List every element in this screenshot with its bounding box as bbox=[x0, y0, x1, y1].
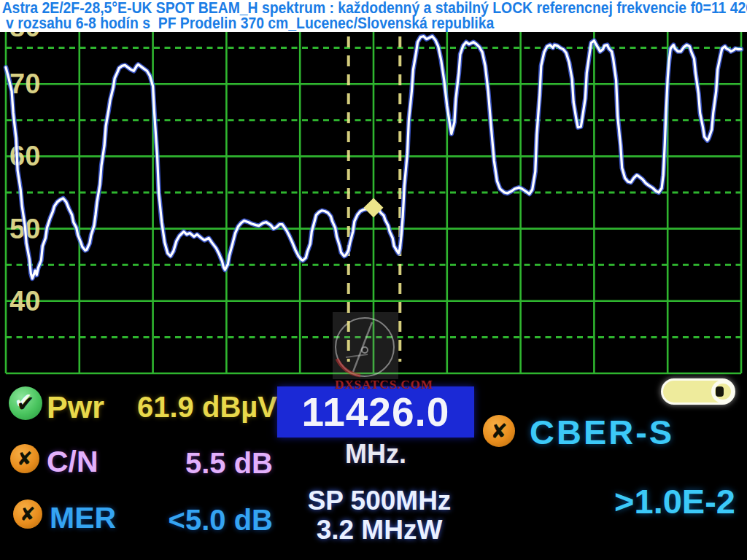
cn-label: C/N bbox=[47, 445, 98, 479]
span-readout: SP 500MHz bbox=[290, 486, 468, 516]
cber-status-cross-icon: ✘ bbox=[483, 415, 515, 447]
mer-status-cross-icon: ✘ bbox=[13, 499, 42, 529]
cn-status-cross-icon: ✘ bbox=[10, 444, 39, 473]
battery-terminal-notch bbox=[716, 386, 724, 397]
mer-value: <5.0 dB bbox=[137, 504, 273, 537]
pwr-label: Pwr bbox=[47, 389, 104, 425]
check-glyph: ✔ bbox=[16, 391, 34, 416]
title-line-1: Astra 2E/2F-28,5°E-UK SPOT BEAM_H spektr… bbox=[0, 0, 657, 15]
spectrum-chart: 8070605040 bbox=[0, 32, 747, 379]
frequency-display: 11426.0 bbox=[277, 386, 474, 438]
meter-screen: Astra 2E/2F-28,5°E-UK SPOT BEAM_H spektr… bbox=[0, 0, 747, 560]
bandwidth-readout: 3.2 MHzW bbox=[290, 515, 468, 545]
cn-value: 5.5 dB bbox=[137, 447, 273, 480]
spectrum-plot: 8070605040 bbox=[0, 32, 747, 379]
y-axis-tick-label: 40 bbox=[9, 286, 40, 316]
cross-glyph: ✘ bbox=[490, 419, 507, 443]
readout-panel: ✔ Pwr 61.9 dBµV 11426.0 MHz. ✘ CBER-S >1… bbox=[0, 379, 747, 560]
cber-label: CBER-S bbox=[530, 412, 674, 452]
cber-value: >1.0E-2 bbox=[551, 481, 735, 521]
title-line-2: v rozsahu 6-8 hodín s PF Prodelin 370 cm… bbox=[0, 15, 657, 31]
frequency-value: 11426.0 bbox=[302, 389, 450, 435]
cross-glyph: ✘ bbox=[20, 503, 36, 525]
pwr-value: 61.9 dBµV bbox=[137, 391, 273, 424]
mer-label: MER bbox=[50, 501, 116, 535]
y-axis-tick-label: 80 bbox=[9, 32, 40, 42]
cross-glyph: ✘ bbox=[17, 448, 33, 470]
pwr-status-check-icon: ✔ bbox=[9, 386, 42, 420]
battery-terminal bbox=[711, 380, 735, 403]
battery-full-icon bbox=[661, 378, 735, 405]
frequency-unit: MHz. bbox=[277, 439, 474, 470]
compass-logo-watermark bbox=[333, 312, 398, 379]
title-banner: Astra 2E/2F-28,5°E-UK SPOT BEAM_H spektr… bbox=[0, 0, 747, 32]
watermark-text: DXSATCS.COM bbox=[335, 378, 433, 392]
